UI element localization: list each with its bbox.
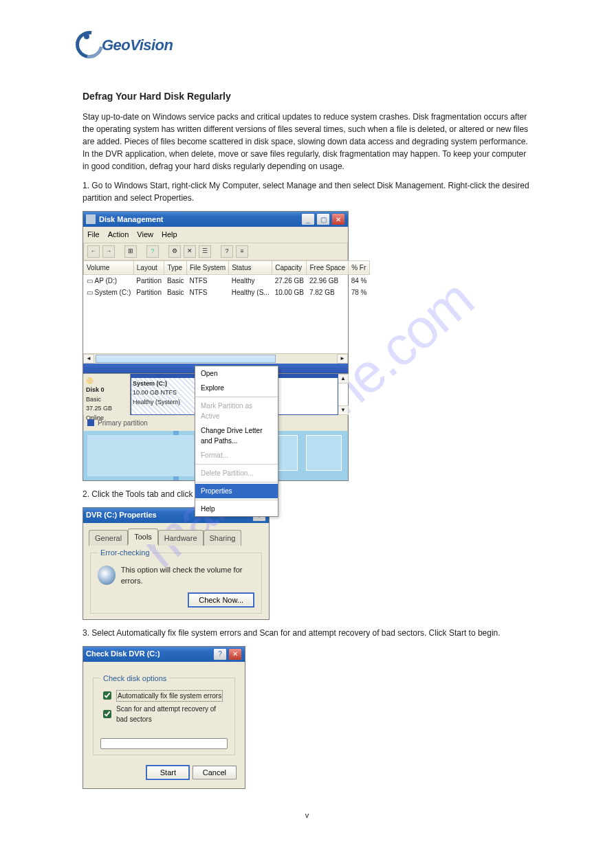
brand-logo: GeoVision — [76, 31, 173, 54]
table-row[interactable]: ▭System (C:) Partition Basic NTFS Health… — [84, 287, 370, 298]
help-button[interactable]: ? — [213, 648, 227, 660]
legend-swatch — [87, 419, 94, 426]
group-label: Check disk options — [100, 673, 169, 685]
cancel-button[interactable]: Cancel — [193, 766, 237, 779]
menu-view[interactable]: View — [137, 229, 153, 241]
maximize-button[interactable]: ▢ — [316, 213, 330, 225]
start-button[interactable]: Start — [146, 765, 190, 780]
ctx-explore[interactable]: Explore — [195, 381, 278, 395]
brand-name: GeoVision — [102, 36, 173, 54]
scroll-left-button[interactable]: ◄ — [83, 354, 94, 364]
disk-management-window: Disk Management _ ▢ ✕ File Action View H… — [83, 211, 349, 481]
help-button[interactable]: ? — [221, 245, 233, 258]
col-fs[interactable]: File System — [186, 260, 228, 274]
list-button[interactable]: ≡ — [236, 245, 248, 258]
section-heading: Defrag Your Hard Disk Regularly — [83, 89, 531, 104]
ctx-change-drive-letter[interactable]: Change Drive Letter and Paths... — [195, 423, 278, 448]
horizontal-scrollbar[interactable]: ◄ ► — [83, 353, 348, 364]
col-volume[interactable]: Volume — [84, 260, 134, 274]
table-row[interactable]: ▭AP (D:) Partition Basic NTFS Healthy 27… — [84, 274, 370, 287]
menu-help[interactable]: Help — [162, 229, 177, 241]
menu-file[interactable]: File — [87, 229, 100, 241]
checkbox-scan-recovery[interactable]: Scan for and attempt recovery of bad sec… — [100, 704, 228, 724]
delete-button[interactable]: ✕ — [184, 245, 196, 258]
forward-button[interactable]: → — [102, 245, 115, 258]
check-disk-dialog: Check Disk DVR (C:) ? ✕ Check disk optio… — [83, 646, 245, 790]
drive-icon: ▭ — [87, 287, 93, 298]
disk-label[interactable]: 📀 Disk 0 Basic 37.25 GB Online — [83, 374, 131, 415]
checkbox-autofix[interactable]: Automatically fix file system errors — [100, 689, 228, 702]
back-button[interactable]: ← — [87, 245, 100, 258]
drive-icon: ▭ — [87, 276, 93, 286]
legend-label: Primary partition — [98, 418, 148, 428]
minimize-button[interactable]: _ — [301, 213, 315, 225]
views-button[interactable]: ⊞ — [124, 245, 137, 258]
ctx-mark-active: Mark Partition as Active — [195, 399, 278, 423]
ctx-format: Format... — [195, 448, 278, 463]
tab-sharing[interactable]: Sharing — [204, 530, 242, 546]
settings-button[interactable]: ⚙ — [168, 245, 181, 258]
col-layout[interactable]: Layout — [133, 260, 164, 274]
scroll-right-button[interactable]: ► — [337, 354, 348, 364]
context-menu[interactable]: Open Explore Mark Partition as Active Ch… — [195, 366, 278, 517]
page-number: v — [83, 810, 531, 821]
ctx-open[interactable]: Open — [195, 366, 278, 381]
properties-dialog: DVR (C:) Properties ? General Tools Hard… — [83, 507, 270, 620]
group-label: Error-checking — [98, 547, 153, 559]
progress-bar — [100, 738, 228, 749]
step-1: 1. Go to Windows Start, right-click My C… — [83, 179, 531, 204]
step-3: 3. Select Automatically fix file system … — [83, 627, 531, 639]
col-status[interactable]: Status — [229, 260, 272, 274]
window-title: Disk Management — [99, 214, 301, 225]
refresh-button[interactable]: ? — [146, 245, 159, 258]
disk-check-icon — [98, 566, 116, 585]
vertical-scrollbar[interactable]: ▲ ▼ — [338, 374, 348, 415]
ctx-properties[interactable]: Properties — [195, 484, 278, 498]
col-type[interactable]: Type — [164, 260, 186, 274]
close-button[interactable]: ✕ — [331, 213, 345, 225]
col-pct[interactable]: % Fr — [349, 260, 370, 274]
app-icon — [86, 214, 96, 224]
ctx-help[interactable]: Help — [195, 502, 278, 516]
error-check-desc: This option will check the volume for er… — [121, 564, 254, 587]
check-now-button[interactable]: Check Now... — [188, 592, 254, 608]
tab-tools[interactable]: Tools — [128, 528, 158, 545]
paragraph-1: Stay up-to-date on Windows service packs… — [83, 111, 531, 173]
step-2: 2. Click the Tools tab and click Check N… — [83, 488, 531, 500]
tab-hardware[interactable]: Hardware — [158, 530, 204, 546]
menu-action[interactable]: Action — [108, 229, 129, 241]
close-button[interactable]: ✕ — [228, 648, 242, 660]
properties-button[interactable]: ☰ — [199, 245, 211, 258]
col-capacity[interactable]: Capacity — [272, 260, 307, 274]
ctx-delete-partition: Delete Partition... — [195, 466, 278, 480]
check-disk-title: Check Disk DVR (C:) — [86, 648, 213, 660]
col-free[interactable]: Free Space — [307, 260, 349, 274]
tab-general[interactable]: General — [89, 530, 128, 546]
